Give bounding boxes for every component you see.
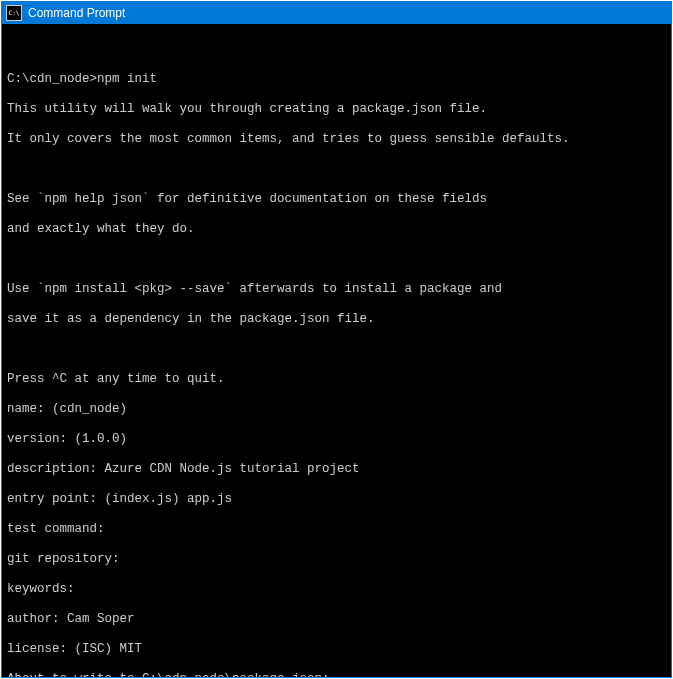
console-line: It only covers the most common items, an… (7, 132, 666, 147)
console-line: Press ^C at any time to quit. (7, 372, 666, 387)
console-line: and exactly what they do. (7, 222, 666, 237)
window-title: Command Prompt (28, 6, 125, 20)
console-line: name: (cdn_node) (7, 402, 666, 417)
console-line: This utility will walk you through creat… (7, 102, 666, 117)
command-prompt-window: Command Prompt C:\cdn_node>npm init This… (1, 1, 672, 678)
console-line: version: (1.0.0) (7, 432, 666, 447)
console-line: git repository: (7, 552, 666, 567)
console-line: description: Azure CDN Node.js tutorial … (7, 462, 666, 477)
console-line: C:\cdn_node>npm init (7, 72, 666, 87)
console-line: See `npm help json` for definitive docum… (7, 192, 666, 207)
console-line: keywords: (7, 582, 666, 597)
cmd-icon (6, 5, 22, 21)
console-line: license: (ISC) MIT (7, 642, 666, 657)
console-line: test command: (7, 522, 666, 537)
titlebar[interactable]: Command Prompt (2, 2, 671, 24)
console-line: save it as a dependency in the package.j… (7, 312, 666, 327)
console-line: About to write to C:\cdn_node\package.js… (7, 672, 666, 677)
console-output[interactable]: C:\cdn_node>npm init This utility will w… (2, 24, 671, 677)
console-line: author: Cam Soper (7, 612, 666, 627)
console-line: entry point: (index.js) app.js (7, 492, 666, 507)
console-line: Use `npm install <pkg> --save` afterward… (7, 282, 666, 297)
